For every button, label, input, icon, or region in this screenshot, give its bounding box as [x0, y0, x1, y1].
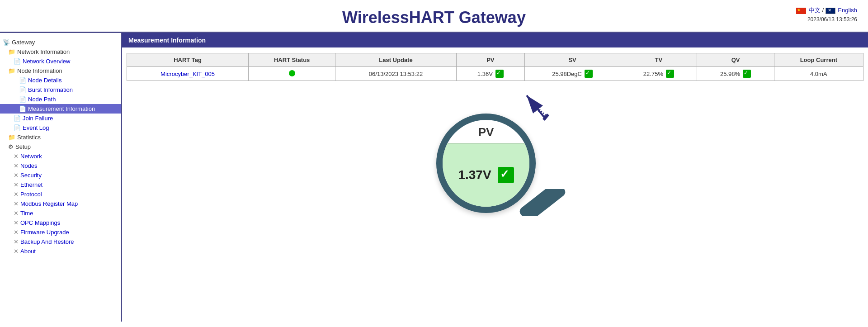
lang-separator: / [822, 7, 826, 14]
sidebar-link-time[interactable]: Time [20, 210, 33, 217]
sidebar-item-network-overview[interactable]: 📄 Network Overview [0, 57, 121, 66]
sidebar-item-ethernet[interactable]: ✕ Ethernet [0, 180, 121, 190]
sidebar-tree: 📡 Gateway 📁 Network Information 📄 Networ… [0, 38, 121, 256]
arrow-icon [522, 86, 558, 123]
mag-checkmark [498, 167, 514, 183]
sidebar-item-time[interactable]: ✕ Time [0, 209, 121, 218]
sidebar-link-firmware[interactable]: Firmware Upgrade [20, 229, 69, 236]
sidebar-link-nodes[interactable]: Nodes [20, 162, 38, 169]
doc-icon: 📄 [19, 105, 26, 112]
sidebar-link-network[interactable]: Network [20, 153, 42, 160]
sidebar-link-network-overview[interactable]: Network Overview [23, 58, 70, 65]
pv-checkmark [495, 70, 504, 78]
magnifier-graphic: PV 1.37V [122, 86, 868, 236]
cell-sv: 25.98DegC [524, 67, 620, 81]
sidebar-link-burst-information[interactable]: Burst Information [28, 86, 73, 93]
measurement-table: HART Tag HART Status Last Update PV SV T… [127, 53, 863, 81]
hart-tag-link[interactable]: Microcyber_KIT_005 [160, 71, 215, 77]
sidebar-item-node-path[interactable]: 📄 Node Path [0, 95, 121, 104]
doc-icon: 📄 [14, 115, 21, 122]
sidebar-link-about[interactable]: About [20, 248, 36, 255]
sidebar-item-label: Gateway [12, 39, 35, 46]
x-icon: ✕ [14, 229, 19, 236]
sidebar-item-opc-mappings[interactable]: ✕ OPC Mappings [0, 218, 121, 227]
sidebar-item-backup-and-restore[interactable]: ✕ Backup And Restore [0, 237, 121, 246]
flag-uk-icon [826, 7, 836, 14]
doc-icon: 📄 [14, 124, 21, 131]
x-icon: ✕ [14, 238, 19, 245]
col-loop-current: Loop Current [774, 53, 863, 67]
sidebar-item-label: Setup [15, 143, 31, 150]
sidebar-item-security[interactable]: ✕ Security [0, 171, 121, 180]
col-pv: PV [456, 53, 524, 67]
cell-last-update: 06/13/2023 13:53:22 [335, 67, 457, 81]
doc-icon: 📄 [14, 58, 21, 65]
sidebar: 📡 Gateway 📁 Network Information 📄 Networ… [0, 33, 122, 322]
col-hart-tag: HART Tag [127, 53, 249, 67]
sidebar-item-measurement-information[interactable]: 📄 Measurement Information [0, 104, 121, 114]
sidebar-link-node-path[interactable]: Node Path [28, 96, 56, 103]
cell-tv: 22.75% [620, 67, 697, 81]
section-title: Measurement Information [128, 37, 206, 44]
status-green-dot [289, 70, 295, 76]
cell-hart-tag: Microcyber_KIT_005 [127, 67, 249, 81]
sidebar-link-ethernet[interactable]: Ethernet [20, 181, 42, 188]
x-icon: ✕ [14, 153, 19, 160]
sidebar-link-event-log[interactable]: Event Log [23, 124, 49, 131]
folder-icon: 📁 [8, 48, 15, 55]
qv-checkmark [743, 70, 751, 78]
table-wrapper: HART Tag HART Status Last Update PV SV T… [122, 47, 868, 86]
sidebar-item-firmware-upgrade[interactable]: ✕ Firmware Upgrade [0, 227, 121, 237]
folder-icon: 📡 [3, 39, 10, 46]
magnifier-handle-svg [513, 189, 572, 216]
doc-icon: 📄 [19, 86, 26, 93]
sidebar-item-protocol[interactable]: ✕ Protocol [0, 190, 121, 199]
sidebar-item-network[interactable]: ✕ Network [0, 152, 121, 161]
col-qv: QV [697, 53, 774, 67]
sidebar-item-node-information[interactable]: 📁 Node Information [0, 66, 121, 76]
sidebar-item-setup[interactable]: ⚙ Setup [0, 142, 121, 152]
sidebar-link-modbus[interactable]: Modbus Register Map [20, 200, 78, 207]
sidebar-item-label-measurement: Measurement Information [28, 105, 95, 112]
sidebar-link-security[interactable]: Security [20, 172, 42, 179]
sidebar-item-gateway[interactable]: 📡 Gateway [0, 38, 121, 47]
doc-icon: 📄 [19, 77, 26, 84]
flag-cn-icon [796, 7, 807, 14]
sv-checkmark [585, 70, 593, 78]
sidebar-item-about[interactable]: ✕ About [0, 246, 121, 256]
sidebar-link-opc[interactable]: OPC Mappings [20, 219, 60, 226]
tv-value: 22.75% [643, 71, 663, 77]
sidebar-item-join-failure[interactable]: 📄 Join Failure [0, 114, 121, 123]
x-icon: ✕ [14, 200, 19, 207]
page-header: WirelessHART Gateway 中文 / English 2023/0… [0, 0, 868, 33]
sidebar-link-backup[interactable]: Backup And Restore [20, 238, 74, 245]
col-sv: SV [524, 53, 620, 67]
mag-pv-label: PV [443, 120, 529, 143]
datetime: 2023/06/13 13:53:26 [796, 16, 857, 23]
sidebar-item-event-log[interactable]: 📄 Event Log [0, 123, 121, 133]
setup-icon: ⚙ [8, 143, 14, 150]
sidebar-link-node-details[interactable]: Node Details [28, 77, 61, 84]
sidebar-item-burst-information[interactable]: 📄 Burst Information [0, 85, 121, 95]
sidebar-item-node-details[interactable]: 📄 Node Details [0, 76, 121, 85]
lang-en-link[interactable]: English [838, 7, 857, 14]
sidebar-item-nodes[interactable]: ✕ Nodes [0, 161, 121, 171]
magnifier-container: PV 1.37V [423, 100, 567, 227]
sidebar-link-protocol[interactable]: Protocol [20, 191, 42, 198]
pv-value: 1.36V [477, 71, 493, 77]
lang-cn-link[interactable]: 中文 [809, 7, 821, 14]
col-tv: TV [620, 53, 697, 67]
sidebar-item-modbus-register-map[interactable]: ✕ Modbus Register Map [0, 199, 121, 209]
sidebar-item-network-information[interactable]: 📁 Network Information [0, 47, 121, 57]
svg-rect-8 [518, 189, 567, 216]
main-content: Measurement Information HART Tag HART St… [122, 33, 868, 322]
x-icon: ✕ [14, 219, 19, 226]
col-hart-status: HART Status [249, 53, 335, 67]
x-icon: ✕ [14, 162, 19, 169]
sidebar-item-label: Node Information [17, 67, 62, 74]
sidebar-item-statistics[interactable]: 📁 Statistics [0, 133, 121, 142]
x-icon: ✕ [14, 248, 19, 255]
sidebar-link-join-failure[interactable]: Join Failure [23, 115, 53, 122]
table-row: Microcyber_KIT_005 06/13/2023 13:53:22 1… [127, 67, 863, 81]
x-icon: ✕ [14, 172, 19, 179]
